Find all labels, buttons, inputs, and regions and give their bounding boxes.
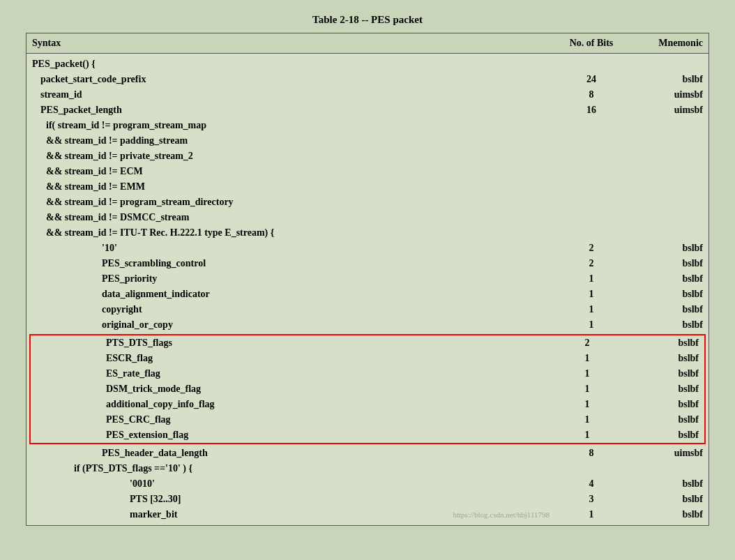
row-bits: 8 xyxy=(550,89,633,100)
table-row: && stream_id != DSMCC_stream xyxy=(26,210,709,225)
pes-table: Syntax No. of Bits Mnemonic PES_packet()… xyxy=(26,33,709,526)
row-bits: 3 xyxy=(550,494,633,505)
table-row: && stream_id != private_stream_2 xyxy=(26,149,709,164)
row-mnemonic: uimsbf xyxy=(633,105,703,116)
row-mnemonic: bslbf xyxy=(633,258,703,269)
row-mnemonic: bslbf xyxy=(629,368,699,379)
page-title: Table 2-18 -- PES packet xyxy=(312,14,423,26)
row-syntax: && stream_id != program_stream_directory xyxy=(32,197,550,208)
row-syntax: if( stream_id != program_stream_map xyxy=(32,120,550,131)
row-mnemonic: bslbf xyxy=(633,478,703,490)
row-syntax: && stream_id != padding_stream xyxy=(32,135,550,146)
table-row: && stream_id != padding_stream xyxy=(26,133,709,149)
table-body: PES_packet() { packet_start_code_prefix … xyxy=(26,54,709,525)
row-syntax: PES_header_data_length xyxy=(32,448,550,459)
table-header: Syntax No. of Bits Mnemonic xyxy=(26,33,709,54)
row-bits: 1 xyxy=(550,509,633,520)
row-bits: 1 xyxy=(545,368,629,379)
table-row: && stream_id != program_stream_directory xyxy=(26,195,709,210)
header-bits: No. of Bits xyxy=(550,38,633,49)
row-bits: 2 xyxy=(545,338,629,349)
row-bits: 1 xyxy=(545,414,629,425)
row-syntax: PES_CRC_flag xyxy=(36,414,545,425)
row-syntax: ESCR_flag xyxy=(36,353,545,364)
row-mnemonic: bslbf xyxy=(633,243,703,254)
row-mnemonic: bslbf xyxy=(633,509,703,520)
header-mnemonic: Mnemonic xyxy=(633,38,703,49)
table-row: PES_scrambling_control 2 bslbf xyxy=(26,256,709,271)
table-row: PES_CRC_flag 1 bslbf xyxy=(31,412,704,427)
row-bits: 1 xyxy=(550,289,633,300)
row-mnemonic: bslbf xyxy=(633,74,703,85)
row-mnemonic: bslbf xyxy=(633,273,703,285)
row-syntax: data_alignment_indicator xyxy=(32,289,550,300)
row-syntax: packet_start_code_prefix xyxy=(40,74,550,85)
row-syntax: stream_id xyxy=(40,89,550,100)
table-row: '0010' 4 bslbf xyxy=(26,476,709,492)
row-syntax: && stream_id != ITU-T Rec. H.222.1 type … xyxy=(32,227,550,239)
table-row: PTS [32..30] 3 bslbf xyxy=(26,492,709,507)
table-row: && stream_id != ITU-T Rec. H.222.1 type … xyxy=(26,225,709,241)
row-syntax: '0010' xyxy=(32,478,550,490)
table-row: PTS_DTS_flags 2 bslbf xyxy=(31,335,704,351)
watermark: https://blog.csdn.net/hbj111798 xyxy=(453,510,550,519)
row-syntax: PES_priority xyxy=(32,273,550,285)
table-row: packet_start_code_prefix 24 bslbf xyxy=(26,72,709,87)
row-syntax: && stream_id != DSMCC_stream xyxy=(32,212,550,223)
row-syntax: && stream_id != ECM xyxy=(32,166,550,177)
table-row: stream_id 8 uimsbf xyxy=(26,87,709,103)
row-mnemonic: uimsbf xyxy=(633,89,703,100)
row-syntax: PTS [32..30] xyxy=(32,494,550,505)
table-row: PES_priority 1 bslbf xyxy=(26,271,709,287)
row-bits: 1 xyxy=(545,353,629,364)
row-syntax: marker_bit https://blog.csdn.net/hbj1117… xyxy=(32,509,550,520)
header-syntax: Syntax xyxy=(32,38,550,49)
row-bits: 1 xyxy=(550,304,633,315)
table-row: if (PTS_DTS_flags =='10' ) { xyxy=(26,461,709,476)
row-syntax: additional_copy_info_flag xyxy=(36,399,545,410)
row-mnemonic: bslbf xyxy=(629,399,699,410)
row-syntax: PES_extension_flag xyxy=(36,430,545,441)
table-row: data_alignment_indicator 1 bslbf xyxy=(26,287,709,302)
table-row: copyright 1 bslbf xyxy=(26,302,709,317)
row-bits: 1 xyxy=(545,384,629,395)
row-bits: 24 xyxy=(550,74,633,85)
row-bits: 1 xyxy=(550,319,633,331)
row-bits: 1 xyxy=(545,399,629,410)
row-syntax: ES_rate_flag xyxy=(36,368,545,379)
row-syntax: PES_scrambling_control xyxy=(32,258,550,269)
row-syntax: && stream_id != private_stream_2 xyxy=(32,151,550,162)
table-row: ES_rate_flag 1 bslbf xyxy=(31,366,704,381)
table-row: PES_extension_flag 1 bslbf xyxy=(31,427,704,443)
row-syntax: PTS_DTS_flags xyxy=(36,338,545,349)
table-row: PES_packet() { xyxy=(26,56,709,72)
table-row: if( stream_id != program_stream_map xyxy=(26,118,709,133)
table-row: && stream_id != ECM xyxy=(26,164,709,179)
row-mnemonic: uimsbf xyxy=(633,448,703,459)
row-syntax: '10' xyxy=(32,243,550,254)
row-mnemonic: bslbf xyxy=(629,384,699,395)
row-bits: 16 xyxy=(550,105,633,116)
row-syntax: original_or_copy xyxy=(32,319,550,331)
row-bits: 1 xyxy=(550,273,633,285)
table-row: && stream_id != EMM xyxy=(26,179,709,195)
table-row: PES_header_data_length 8 uimsbf xyxy=(26,446,709,461)
row-mnemonic: bslbf xyxy=(629,414,699,425)
table-row: original_or_copy 1 bslbf xyxy=(26,317,709,333)
row-syntax: && stream_id != EMM xyxy=(32,181,550,192)
marker-bit-text: marker_bit xyxy=(130,509,177,520)
row-mnemonic: bslbf xyxy=(633,494,703,505)
highlighted-group: PTS_DTS_flags 2 bslbf ESCR_flag 1 bslbf … xyxy=(29,334,706,444)
table-row: additional_copy_info_flag 1 bslbf xyxy=(31,397,704,412)
table-row: marker_bit https://blog.csdn.net/hbj1117… xyxy=(26,507,709,522)
table-row: ESCR_flag 1 bslbf xyxy=(31,351,704,366)
row-bits: 2 xyxy=(550,243,633,254)
table-row: '10' 2 bslbf xyxy=(26,241,709,256)
row-bits: 8 xyxy=(550,448,633,459)
row-bits: 4 xyxy=(550,478,633,490)
row-mnemonic: bslbf xyxy=(629,338,699,349)
row-syntax: PES_packet() { xyxy=(32,59,550,70)
row-mnemonic: bslbf xyxy=(629,430,699,441)
row-bits: 1 xyxy=(545,430,629,441)
row-mnemonic: bslbf xyxy=(629,353,699,364)
